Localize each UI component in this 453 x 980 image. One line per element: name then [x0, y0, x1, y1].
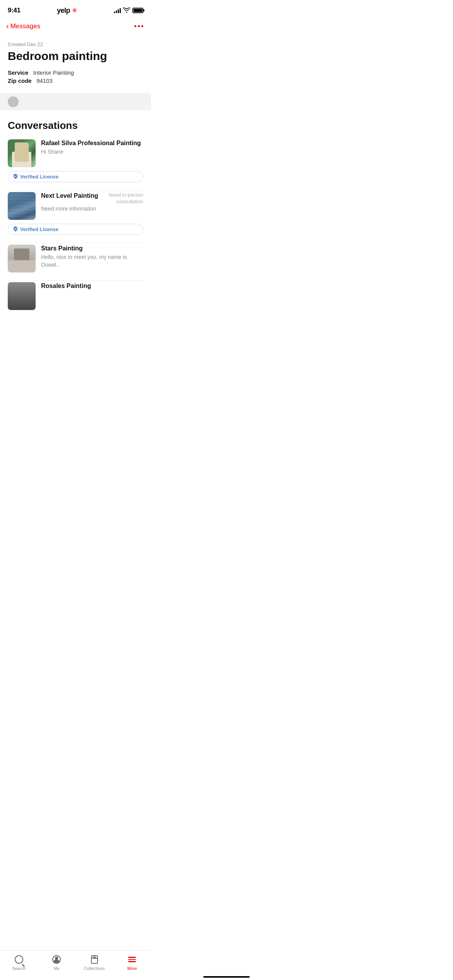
status-time: 9:41: [8, 7, 21, 14]
battery-icon: [132, 8, 143, 13]
more-options-button[interactable]: [134, 25, 143, 27]
avatar: [8, 192, 36, 220]
conv-name: Rafael Silva Professional Painting: [41, 139, 141, 147]
conversation-item[interactable]: Stars Painting Hello, nice to meet you, …: [8, 245, 143, 281]
shield-check-icon: [13, 173, 18, 180]
conv-name: Rosales Painting: [41, 282, 91, 290]
zipcode-row: Zip code 94103: [8, 77, 143, 84]
verified-text: Verified License: [20, 174, 58, 180]
conv-name: Next Level Painting: [41, 192, 98, 199]
yelp-wordmark: yelp: [57, 7, 70, 15]
section-divider: [0, 93, 151, 110]
conversation-item[interactable]: Next Level Painting Need in-person consu…: [8, 192, 143, 243]
wifi-icon: [123, 7, 130, 14]
avatar: [8, 282, 36, 310]
service-label: Service: [8, 69, 28, 76]
dot-1: [134, 25, 136, 27]
conv-info: Stars Painting Hello, nice to meet you, …: [41, 245, 143, 269]
conversations-title: Conversations: [8, 120, 143, 132]
conv-message: Hi Shane: [41, 148, 143, 156]
service-value: Interior Painting: [33, 69, 74, 76]
avatar: [8, 245, 36, 272]
conv-info: Rafael Silva Professional Painting Hi Sh…: [41, 139, 143, 156]
shield-check-icon: [13, 226, 18, 233]
navigation-bar: ‹ Messages: [0, 19, 151, 35]
zip-label: Zip code: [8, 77, 32, 84]
back-button[interactable]: ‹ Messages: [6, 22, 40, 31]
conv-name: Stars Painting: [41, 245, 83, 252]
back-label: Messages: [10, 22, 40, 30]
status-center: yelp ✳: [57, 6, 77, 15]
dot-3: [141, 25, 143, 27]
project-header: Created Dec 22 Bedroom painting Service …: [0, 35, 151, 93]
status-icons: [114, 7, 143, 14]
verified-license-badge: Verified License: [8, 224, 143, 235]
conv-status: Need in-person consultation: [108, 192, 143, 205]
divider-dot-icon: [8, 96, 19, 107]
back-chevron-icon: ‹: [6, 22, 9, 31]
conversation-item[interactable]: Rosales Painting: [8, 282, 143, 318]
conv-message: Hello, nice to meet you, my name is Oswa…: [41, 254, 143, 269]
verified-license-badge: Verified License: [8, 171, 143, 182]
conv-info: Next Level Painting Need in-person consu…: [41, 192, 143, 212]
yelp-star-logo: ✳: [72, 6, 77, 15]
verified-text: Verified License: [20, 226, 58, 232]
zip-value: 94103: [36, 77, 53, 84]
project-title: Bedroom painting: [8, 50, 143, 62]
conv-info: Rosales Painting: [41, 282, 143, 291]
created-label: Created Dec 22: [8, 41, 143, 47]
conversation-item[interactable]: Rafael Silva Professional Painting Hi Sh…: [8, 139, 143, 190]
conv-message: Need more information: [41, 205, 143, 213]
avatar: [8, 139, 36, 167]
service-row: Service Interior Painting: [8, 69, 143, 76]
status-bar: 9:41 yelp ✳: [0, 0, 151, 19]
signal-icon: [114, 8, 121, 13]
conversations-section: Conversations Rafael Silva Professional …: [0, 110, 151, 318]
dot-2: [138, 25, 140, 27]
project-meta: Service Interior Painting Zip code 94103: [8, 69, 143, 84]
